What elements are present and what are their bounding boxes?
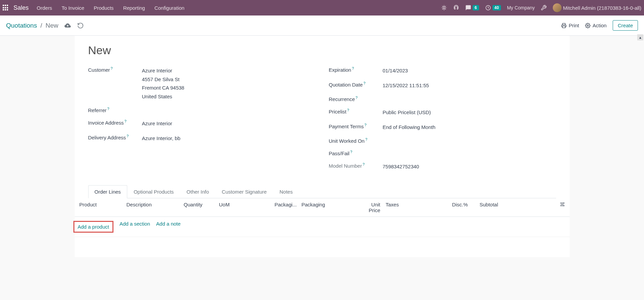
invoice-address-label: Invoice Address? — [88, 119, 142, 126]
tab-other-info[interactable]: Other Info — [180, 185, 215, 198]
order-lines-table: Product Description Quantity UoM Packagi… — [75, 198, 570, 257]
messages-badge: 6 — [473, 5, 479, 10]
svg-point-2 — [587, 25, 588, 26]
help-icon[interactable]: ? — [364, 123, 366, 127]
company-label: My Company — [507, 5, 535, 10]
breadcrumb-sep: / — [40, 22, 42, 29]
pricelist-value[interactable]: Public Pricelist (USD) — [383, 108, 556, 117]
nav-configuration[interactable]: Configuration — [155, 5, 184, 11]
th-uom[interactable]: UoM — [216, 202, 272, 213]
th-packaging-qty[interactable]: Packagi... — [272, 202, 299, 213]
app-brand[interactable]: Sales — [13, 4, 29, 11]
customer-value[interactable]: Azure Interior 4557 De Silva St Fremont … — [142, 66, 315, 101]
help-icon[interactable]: ? — [127, 134, 129, 138]
help-icon[interactable]: ? — [350, 150, 352, 154]
debug-tools-icon[interactable] — [541, 5, 547, 11]
th-quantity[interactable]: Quantity — [181, 202, 216, 213]
tab-optional-products[interactable]: Optional Products — [127, 185, 180, 198]
page-title: New — [88, 44, 556, 57]
th-subtotal[interactable]: Subtotal — [471, 202, 501, 213]
delivery-address-value[interactable]: Azure Interior, bb — [142, 134, 315, 143]
delivery-address-label: Delivery Address? — [88, 134, 142, 140]
cloud-save-icon[interactable] — [64, 22, 71, 29]
th-description[interactable]: Description — [124, 202, 181, 213]
discard-icon[interactable] — [77, 22, 84, 29]
th-options[interactable] — [501, 202, 568, 213]
th-disc[interactable]: Disc.% — [440, 202, 471, 213]
help-icon[interactable]: ? — [355, 96, 358, 100]
passfail-label: Pass/Fail? — [329, 150, 383, 156]
th-taxes[interactable]: Taxes — [383, 202, 440, 213]
top-navbar: Sales Orders To Invoice Products Reporti… — [0, 0, 644, 15]
tabs: Order Lines Optional Products Other Info… — [88, 185, 556, 198]
breadcrumb-current: New — [45, 22, 58, 29]
highlight-box: Add a product — [73, 221, 113, 233]
activities-badge: 40 — [493, 5, 501, 10]
breadcrumb: Quotations / New — [6, 22, 84, 29]
add-section-link[interactable]: Add a section — [120, 221, 150, 233]
nav-products[interactable]: Products — [94, 5, 113, 11]
unit-worked-label: Unit Worked On? — [329, 137, 383, 144]
activities-icon[interactable]: 40 — [485, 5, 501, 11]
expiration-value[interactable]: 01/14/2023 — [383, 66, 556, 75]
user-label: Mitchell Admin (21870383-16-0-all) — [563, 5, 641, 11]
invoice-address-value[interactable]: Azure Interior — [142, 119, 315, 128]
quotation-date-label: Quotation Date? — [329, 81, 383, 88]
add-product-link[interactable]: Add a product — [78, 224, 109, 230]
model-number-value[interactable]: 7598342752340 — [383, 162, 556, 171]
print-label: Print — [569, 23, 579, 28]
form-sheet: New Customer? Azure Interior 4557 De Sil… — [75, 36, 570, 257]
print-button[interactable]: Print — [561, 23, 579, 28]
nav-reporting[interactable]: Reporting — [123, 5, 145, 11]
nav-orders[interactable]: Orders — [37, 5, 52, 11]
toolbar-right: Print Action Create — [561, 20, 638, 31]
help-icon[interactable]: ? — [352, 66, 354, 70]
help-icon[interactable]: ? — [365, 137, 367, 141]
help-icon[interactable]: ? — [363, 81, 365, 85]
breadcrumb-root[interactable]: Quotations — [6, 22, 37, 29]
tab-customer-signature[interactable]: Customer Signature — [215, 185, 273, 198]
company-switcher[interactable]: My Company — [507, 5, 535, 10]
payment-terms-value[interactable]: End of Following Month — [383, 123, 556, 132]
payment-terms-label: Payment Terms? — [329, 123, 383, 129]
nav-right: 6 40 My Company Mitchell Admin (21870383… — [441, 3, 641, 12]
support-icon[interactable] — [453, 5, 459, 11]
action-label: Action — [592, 23, 607, 28]
nav-menu: Orders To Invoice Products Reporting Con… — [37, 5, 441, 11]
add-note-link[interactable]: Add a note — [156, 221, 181, 233]
form-right-col: Expiration? 01/14/2023 Quotation Date? 1… — [329, 66, 556, 177]
avatar — [553, 3, 562, 12]
help-icon[interactable]: ? — [363, 162, 365, 166]
table-header: Product Description Quantity UoM Packagi… — [75, 198, 570, 217]
create-button[interactable]: Create — [613, 20, 638, 31]
help-icon[interactable]: ? — [347, 108, 349, 112]
scroll-up-icon[interactable]: ▲ — [637, 34, 643, 40]
quotation-date-value[interactable]: 12/15/2022 11:51:55 — [383, 81, 556, 90]
help-icon[interactable]: ? — [111, 66, 113, 70]
th-packaging[interactable]: Packaging — [299, 202, 356, 213]
help-icon[interactable]: ? — [124, 119, 126, 123]
action-button[interactable]: Action — [585, 23, 607, 28]
model-number-label: Model Number? — [329, 162, 383, 169]
referrer-label: Referrer? — [88, 107, 142, 113]
table-row: Add a product Add a section Add a note — [75, 217, 570, 237]
form-left-col: Customer? Azure Interior 4557 De Silva S… — [88, 66, 315, 177]
th-unit-price[interactable]: Unit Price — [356, 202, 383, 213]
recurrence-label: Recurrence? — [329, 96, 383, 102]
bug-icon[interactable] — [441, 5, 447, 11]
expiration-label: Expiration? — [329, 66, 383, 73]
messages-icon[interactable]: 6 — [465, 5, 479, 11]
th-product[interactable]: Product — [77, 202, 124, 213]
control-panel: Quotations / New Print Action Create — [0, 15, 644, 36]
tab-order-lines[interactable]: Order Lines — [88, 185, 127, 198]
svg-point-0 — [443, 7, 445, 9]
apps-icon[interactable] — [3, 5, 9, 11]
nav-to-invoice[interactable]: To Invoice — [62, 5, 84, 11]
help-icon[interactable]: ? — [107, 107, 109, 111]
pricelist-label: Pricelist? — [329, 108, 383, 114]
tab-notes[interactable]: Notes — [273, 185, 299, 198]
user-menu[interactable]: Mitchell Admin (21870383-16-0-all) — [553, 3, 641, 12]
customer-label: Customer? — [88, 66, 142, 73]
